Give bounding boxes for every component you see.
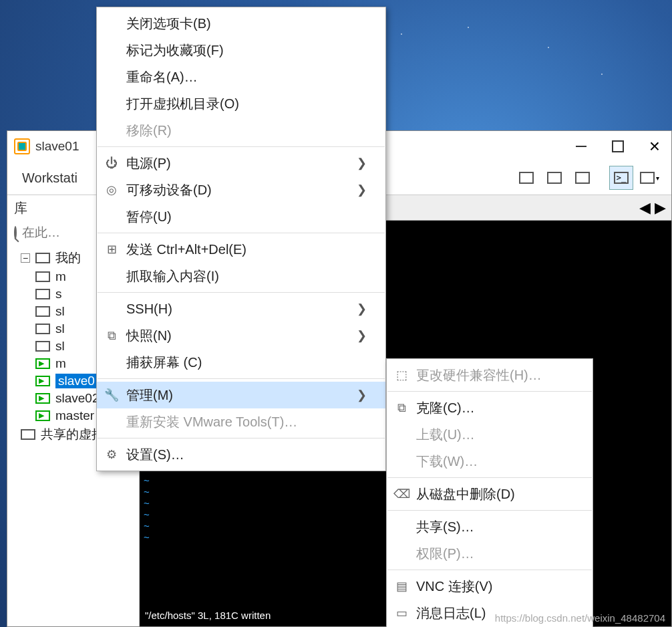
menu-item-icon: ⧉ xyxy=(393,400,409,416)
menu-item[interactable]: ⚙设置(S)… xyxy=(97,441,385,468)
menubar-label[interactable]: Workstati xyxy=(22,170,77,186)
close-button[interactable] xyxy=(645,136,665,156)
menu-item-label: 上载(U)… xyxy=(416,426,475,444)
menu-item[interactable]: 捕获屏幕 (C) xyxy=(97,349,385,376)
terminal-status: "/etc/hosts" 3L, 181C written xyxy=(145,610,271,621)
menu-item-icon: ⌫ xyxy=(393,486,409,502)
minimize-button[interactable] xyxy=(571,136,591,156)
tree-item-label: slave0 xyxy=(55,374,98,388)
vm-icon xyxy=(35,306,50,317)
chevron-right-icon: ❯ xyxy=(337,182,367,197)
tree-item-label: m xyxy=(55,356,66,371)
menu-item-label: 管理(M) xyxy=(126,386,173,404)
menu-item[interactable]: ⊞发送 Ctrl+Alt+Del(E) xyxy=(97,236,385,263)
tree-item-label: slave02 xyxy=(55,391,100,406)
menu-item-icon: ⧉ xyxy=(104,328,120,344)
menu-item-label: 暂停(U) xyxy=(126,208,172,226)
vm-icon xyxy=(35,393,50,404)
menu-item-label: 更改硬件兼容性(H)… xyxy=(416,366,542,384)
menu-item-label: 关闭选项卡(B) xyxy=(126,15,211,33)
menu-item[interactable]: 关闭选项卡(B) xyxy=(97,10,385,37)
vm-icon xyxy=(35,324,50,334)
menu-item-label: 抓取输入内容(I) xyxy=(126,267,219,285)
tree-item-label: sl xyxy=(55,304,65,319)
vm-icon xyxy=(35,410,50,421)
menu-item-icon: ⚙ xyxy=(104,447,120,463)
menu-item[interactable]: 暂停(U) xyxy=(97,203,385,230)
menu-item[interactable]: 打开虚拟机目录(O) xyxy=(97,90,385,117)
context-menu-submenu: ⬚更改硬件兼容性(H)…⧉克隆(C)…上载(U)…下载(W)…⌫从磁盘中删除(D… xyxy=(386,358,593,627)
menu-item: 重新安装 VMware Tools(T)… xyxy=(97,408,385,435)
menu-item-label: 消息日志(L) xyxy=(416,604,486,622)
toolbar-btn-2[interactable] xyxy=(542,166,566,190)
menu-item-label: VNC 连接(V) xyxy=(416,578,492,596)
menu-item-label: 移除(R) xyxy=(126,122,172,140)
menu-item-icon: ◎ xyxy=(104,182,120,198)
tree-item-label: m xyxy=(55,269,66,284)
menu-item-icon: ▤ xyxy=(393,578,409,594)
menu-item[interactable]: ⌫从磁盘中删除(D) xyxy=(387,481,593,507)
menu-item-label: 重命名(A)… xyxy=(126,68,198,86)
menu-item[interactable]: ⏻电源(P)❯ xyxy=(97,150,385,176)
vm-icon xyxy=(35,341,50,352)
vm-icon xyxy=(35,376,50,386)
menu-item-label: 标记为收藏项(F) xyxy=(126,41,224,59)
chevron-right-icon: ❯ xyxy=(337,388,367,402)
menu-item-label: 下载(W)… xyxy=(416,453,478,471)
menu-item[interactable]: 重命名(A)… xyxy=(97,64,385,90)
tab-prev[interactable]: ◀ xyxy=(639,199,651,217)
menu-item: 移除(R) xyxy=(97,117,385,144)
menu-item: 权限(P)… xyxy=(387,540,593,567)
menu-item-label: 从磁盘中删除(D) xyxy=(416,485,515,503)
app-icon xyxy=(14,138,30,154)
menu-item-label: 可移动设备(D) xyxy=(126,181,212,199)
toolbar-btn-3[interactable] xyxy=(570,166,595,190)
menu-item[interactable]: SSH(H)❯ xyxy=(97,295,385,322)
menu-item-label: 打开虚拟机目录(O) xyxy=(126,95,239,113)
vm-icon xyxy=(35,271,50,282)
chevron-right-icon: ❯ xyxy=(337,328,367,343)
vm-icon xyxy=(35,358,50,369)
menu-item[interactable]: ▤VNC 连接(V) xyxy=(387,573,593,600)
menu-item-label: SSH(H) xyxy=(126,301,172,317)
vm-icon xyxy=(35,289,50,299)
search-icon xyxy=(14,226,17,239)
menu-item-label: 设置(S)… xyxy=(126,446,184,464)
menu-item-label: 共享(S)… xyxy=(416,518,474,536)
tree-item-label: sl xyxy=(55,322,65,336)
toolbar-btn-1[interactable] xyxy=(514,166,538,190)
tree-item-label: master xyxy=(55,408,94,423)
menu-item[interactable]: ⧉克隆(C)… xyxy=(387,394,593,421)
menu-item-icon: ▭ xyxy=(393,605,409,621)
menu-item-label: 权限(P)… xyxy=(416,545,474,563)
menu-item-icon: ⊞ xyxy=(104,241,120,257)
chevron-right-icon: ❯ xyxy=(337,301,367,316)
menu-item-label: 克隆(C)… xyxy=(416,399,475,417)
menu-item-label: 电源(P) xyxy=(126,154,171,172)
menu-item: 下载(W)… xyxy=(387,448,593,475)
menu-item-label: 快照(N) xyxy=(126,327,172,345)
menu-item-icon: 🔧 xyxy=(104,387,120,403)
menu-item[interactable]: 标记为收藏项(F) xyxy=(97,37,385,64)
chevron-right-icon: ❯ xyxy=(337,156,367,170)
toolbar-fullscreen-button[interactable]: ▾ xyxy=(637,166,661,190)
menu-item[interactable]: ◎可移动设备(D)❯ xyxy=(97,176,385,203)
context-menu-main: 关闭选项卡(B)标记为收藏项(F)重命名(A)…打开虚拟机目录(O)移除(R)⏻… xyxy=(96,7,386,471)
watermark: https://blog.csdn.net/weixin_48482704 xyxy=(495,612,665,624)
menu-item-label: 发送 Ctrl+Alt+Del(E) xyxy=(126,241,246,259)
menu-item: ⬚更改硬件兼容性(H)… xyxy=(387,362,593,388)
menu-item[interactable]: 抓取输入内容(I) xyxy=(97,263,385,289)
menu-item[interactable]: 共享(S)… xyxy=(387,513,593,540)
menu-item-icon: ⬚ xyxy=(393,367,409,383)
menu-item: 上载(U)… xyxy=(387,421,593,448)
menu-item-label: 捕获屏幕 (C) xyxy=(126,354,202,372)
menu-item[interactable]: ⧉快照(N)❯ xyxy=(97,322,385,349)
menu-item[interactable]: 🔧管理(M)❯ xyxy=(97,382,385,408)
maximize-button[interactable] xyxy=(608,136,628,156)
toolbar-terminal-button[interactable]: >_ xyxy=(609,166,633,190)
menu-item-icon: ⏻ xyxy=(104,155,120,171)
tab-next[interactable]: ▶ xyxy=(655,199,666,217)
tree-item-label: sl xyxy=(55,339,65,354)
menu-item-label: 重新安装 VMware Tools(T)… xyxy=(126,413,297,431)
tree-item-label: s xyxy=(55,287,62,301)
